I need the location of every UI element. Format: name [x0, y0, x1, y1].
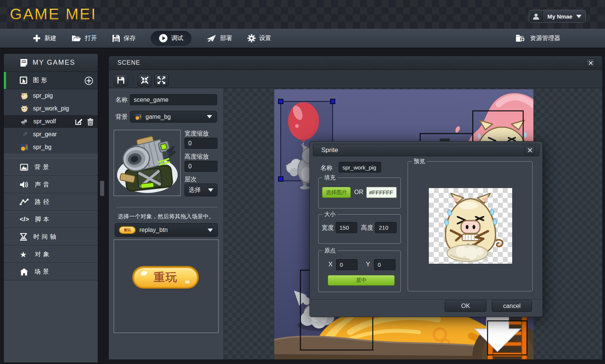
origin-y-label: Y	[366, 261, 370, 268]
close-icon	[528, 148, 532, 152]
scene-name-input[interactable]	[130, 94, 217, 105]
sprite-row-spr-work-pig[interactable]: spr_work_pig	[4, 102, 98, 115]
sprite-list: spr_pig spr_work_pig spr_wolf	[4, 89, 98, 154]
choose-image-button[interactable]: 选择图片	[322, 187, 351, 198]
height-scale-input[interactable]	[184, 161, 217, 172]
user-menu-button[interactable]: My Nmae	[529, 10, 586, 23]
close-scene-panel-button[interactable]	[586, 59, 595, 67]
layer-label: 层次	[184, 176, 197, 184]
picture-icon	[20, 163, 28, 171]
trash-icon	[87, 117, 94, 126]
scene-panel-title: SCENE	[117, 59, 140, 66]
deploy-button[interactable]: 部署	[206, 34, 232, 42]
sprite-name-input[interactable]	[339, 162, 381, 173]
scene-name-label: 名称	[116, 96, 128, 104]
expand-view-button[interactable]	[154, 74, 169, 87]
sidebar-item-script[interactable]: </> 脚本	[4, 211, 98, 228]
save-scene-button[interactable]	[114, 74, 128, 87]
object-dropdown[interactable]: 重玩 replay_btn	[115, 223, 218, 237]
sidebar-item-sound[interactable]: 声音	[4, 176, 98, 193]
path-icon	[20, 198, 29, 206]
close-dialog-button[interactable]	[525, 146, 535, 154]
sprite-row-spr-pig[interactable]: spr_pig	[4, 89, 98, 102]
width-scale-label: 宽度缩放	[184, 130, 209, 138]
sprite-dialog: Sprite 名称 填充 选择图片 OR 大小 宽度 高度 原点 X Y	[310, 141, 543, 317]
open-button[interactable]: 打开	[72, 34, 97, 42]
floppy-icon	[112, 34, 120, 42]
chevron-down-icon	[207, 115, 212, 118]
object-preview: 重玩	[114, 240, 219, 333]
sprite-row-spr-gear[interactable]: spr_gear	[4, 128, 98, 141]
size-width-input[interactable]	[336, 222, 357, 233]
sprite-name-label: 名称	[320, 164, 333, 172]
cancel-button[interactable]: cancel	[492, 300, 532, 312]
collapse-view-button[interactable]	[138, 74, 152, 87]
debug-button[interactable]: 调试	[151, 31, 191, 45]
bg-sprite-icon	[20, 143, 28, 151]
star-icon: ★	[20, 250, 29, 258]
floppy-icon	[117, 76, 125, 84]
bg-thumbnail-icon	[135, 114, 142, 120]
fill-color-input[interactable]	[366, 187, 397, 198]
size-width-label: 宽度	[322, 224, 334, 232]
sidebar-item-path[interactable]: 路径	[4, 193, 98, 211]
play-circle-icon	[159, 34, 168, 43]
hourglass-icon	[20, 233, 27, 241]
plus-circle-icon	[84, 76, 93, 85]
preview-legend: 预览	[412, 158, 427, 165]
sprite-row-spr-bg[interactable]: spr_bg	[4, 141, 98, 154]
sidebar-item-background[interactable]: 背景	[4, 159, 98, 176]
sidebar-item-timeline[interactable]: 时间轴	[4, 228, 98, 246]
center-origin-button[interactable]: 居中	[328, 275, 395, 286]
fill-group: 填充 选择图片 OR	[318, 177, 401, 208]
sprite-row-spr-wolf[interactable]: spr_wolf	[4, 115, 98, 128]
scene-bg-dropdown[interactable]: game_bg	[130, 111, 217, 123]
size-height-input[interactable]	[375, 222, 397, 233]
resource-manager-button[interactable]: 资源管理器	[516, 34, 560, 42]
origin-group: 原点 X Y 居中	[318, 250, 401, 292]
size-group: 大小 宽度 高度	[318, 214, 401, 244]
paper-plane-icon	[206, 34, 217, 42]
sprite-preview-image	[429, 188, 512, 264]
wolf-sprite-icon	[20, 118, 29, 125]
sidebar-item-object[interactable]: ★ 对象	[4, 246, 98, 263]
scene-properties: 名称 背景 game_bg	[109, 88, 224, 359]
code-icon: </>	[20, 216, 29, 223]
app-window: GAME MEI My Nmae 新建 打开 保存 调试	[0, 0, 605, 364]
turret-art	[114, 130, 180, 196]
user-avatar-icon	[529, 10, 543, 22]
arrows-out-icon	[157, 76, 166, 84]
app-logo: GAME MEI	[10, 5, 97, 23]
panel-resize-handle[interactable]	[100, 181, 104, 196]
width-scale-input[interactable]	[184, 138, 217, 149]
layer-dropdown[interactable]: 选择	[184, 184, 217, 196]
main-toolbar: 新建 打开 保存 调试 部署	[0, 29, 605, 48]
work-pig-sprite-icon	[20, 105, 28, 113]
dialog-footer-divider	[310, 299, 542, 300]
chevron-down-icon	[576, 15, 582, 18]
size-legend: 大小	[322, 211, 338, 218]
sidebar-item-scene[interactable]: 场景	[4, 263, 98, 280]
app-header: GAME MEI My Nmae	[0, 0, 605, 29]
origin-legend: 原点	[322, 247, 338, 254]
settings-button[interactable]: 设置	[247, 34, 271, 42]
origin-y-input[interactable]	[374, 259, 396, 270]
pig-art	[429, 188, 512, 264]
object-hint-text: 选择一个对象，然后将其拖入场景中。	[109, 213, 224, 220]
gear-icon	[247, 34, 256, 42]
replay-game-button[interactable]: 重玩	[133, 267, 198, 288]
sidebar-item-graphics[interactable]: 图形	[4, 72, 98, 89]
folder-gear-icon	[516, 34, 526, 42]
plus-icon	[33, 34, 41, 42]
folder-open-icon	[72, 34, 81, 42]
save-button[interactable]: 保存	[112, 34, 136, 42]
delete-sprite-button[interactable]	[87, 117, 94, 127]
add-sprite-button[interactable]	[84, 76, 93, 87]
ok-button[interactable]: OK	[445, 300, 486, 312]
new-button[interactable]: 新建	[33, 34, 56, 42]
edit-sprite-button[interactable]	[75, 117, 83, 127]
sidebar-title: MY GAMES	[4, 54, 98, 72]
sprite-dialog-titlebar: Sprite	[313, 144, 539, 156]
size-height-label: 高度	[361, 224, 373, 232]
origin-x-input[interactable]	[336, 259, 358, 270]
